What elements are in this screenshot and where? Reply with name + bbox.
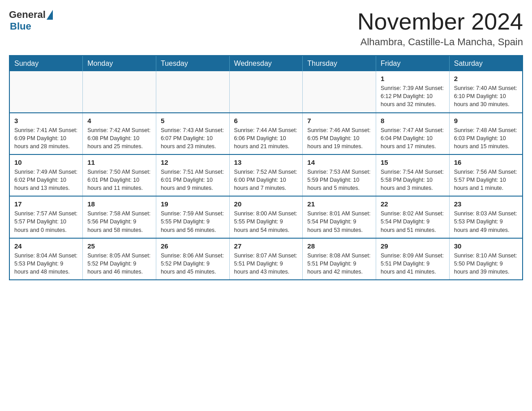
- header-monday: Monday: [83, 56, 156, 71]
- header-friday: Friday: [376, 56, 450, 71]
- day-number: 28: [307, 242, 371, 250]
- day-cell: 28Sunrise: 8:08 AM Sunset: 5:51 PM Dayli…: [303, 238, 376, 280]
- day-cell: 22Sunrise: 8:02 AM Sunset: 5:54 PM Dayli…: [376, 196, 450, 238]
- logo: General Blue: [9, 9, 53, 32]
- day-info: Sunrise: 8:10 AM Sunset: 5:50 PM Dayligh…: [454, 252, 518, 276]
- day-cell: 27Sunrise: 8:07 AM Sunset: 5:51 PM Dayli…: [229, 238, 303, 280]
- day-info: Sunrise: 7:57 AM Sunset: 5:57 PM Dayligh…: [14, 210, 78, 234]
- day-info: Sunrise: 8:02 AM Sunset: 5:54 PM Dayligh…: [381, 210, 445, 234]
- week-row-4: 17Sunrise: 7:57 AM Sunset: 5:57 PM Dayli…: [9, 196, 523, 238]
- day-info: Sunrise: 7:43 AM Sunset: 6:07 PM Dayligh…: [161, 126, 225, 150]
- day-cell: [156, 71, 229, 112]
- day-info: Sunrise: 8:07 AM Sunset: 5:51 PM Dayligh…: [234, 252, 298, 276]
- day-info: Sunrise: 7:56 AM Sunset: 5:57 PM Dayligh…: [454, 168, 518, 192]
- calendar-table: SundayMondayTuesdayWednesdayThursdayFrid…: [9, 55, 523, 280]
- day-info: Sunrise: 7:52 AM Sunset: 6:00 PM Dayligh…: [234, 168, 298, 192]
- location-title: Alhambra, Castille-La Mancha, Spain: [357, 36, 523, 48]
- day-info: Sunrise: 7:41 AM Sunset: 6:09 PM Dayligh…: [14, 126, 78, 150]
- day-cell: 12Sunrise: 7:51 AM Sunset: 6:01 PM Dayli…: [156, 154, 229, 196]
- day-info: Sunrise: 7:48 AM Sunset: 6:03 PM Dayligh…: [454, 126, 518, 150]
- day-number: 23: [454, 200, 518, 208]
- day-number: 15: [381, 158, 445, 166]
- logo-triangle-icon: [47, 10, 53, 20]
- day-cell: [303, 71, 376, 112]
- day-cell: 18Sunrise: 7:58 AM Sunset: 5:56 PM Dayli…: [83, 196, 156, 238]
- day-cell: 25Sunrise: 8:05 AM Sunset: 5:52 PM Dayli…: [83, 238, 156, 280]
- day-cell: 24Sunrise: 8:04 AM Sunset: 5:53 PM Dayli…: [9, 238, 83, 280]
- day-cell: 8Sunrise: 7:47 AM Sunset: 6:04 PM Daylig…: [376, 113, 450, 154]
- day-info: Sunrise: 8:05 AM Sunset: 5:52 PM Dayligh…: [87, 252, 151, 276]
- day-cell: [83, 71, 156, 112]
- week-row-5: 24Sunrise: 8:04 AM Sunset: 5:53 PM Dayli…: [9, 238, 523, 280]
- day-cell: [229, 71, 303, 112]
- day-number: 27: [234, 242, 298, 250]
- logo-blue-text: Blue: [10, 21, 31, 32]
- day-cell: [9, 71, 83, 112]
- title-area: November 2024 Alhambra, Castille-La Manc…: [357, 9, 523, 48]
- day-cell: 10Sunrise: 7:49 AM Sunset: 6:02 PM Dayli…: [9, 154, 83, 196]
- day-number: 25: [87, 242, 151, 250]
- logo-general-text: General: [9, 9, 46, 21]
- day-cell: 13Sunrise: 7:52 AM Sunset: 6:00 PM Dayli…: [229, 154, 303, 196]
- day-cell: 26Sunrise: 8:06 AM Sunset: 5:52 PM Dayli…: [156, 238, 229, 280]
- day-number: 10: [14, 158, 78, 166]
- header-saturday: Saturday: [449, 56, 523, 71]
- day-number: 3: [14, 117, 78, 124]
- page-header: General Blue November 2024 Alhambra, Cas…: [9, 9, 523, 48]
- week-row-3: 10Sunrise: 7:49 AM Sunset: 6:02 PM Dayli…: [9, 154, 523, 196]
- day-cell: 2Sunrise: 7:40 AM Sunset: 6:10 PM Daylig…: [449, 71, 523, 112]
- day-cell: 21Sunrise: 8:01 AM Sunset: 5:54 PM Dayli…: [303, 196, 376, 238]
- day-number: 12: [161, 158, 225, 166]
- week-row-2: 3Sunrise: 7:41 AM Sunset: 6:09 PM Daylig…: [9, 113, 523, 154]
- day-cell: 23Sunrise: 8:03 AM Sunset: 5:53 PM Dayli…: [449, 196, 523, 238]
- day-info: Sunrise: 7:44 AM Sunset: 6:06 PM Dayligh…: [234, 126, 298, 150]
- week-row-1: 1Sunrise: 7:39 AM Sunset: 6:12 PM Daylig…: [9, 71, 523, 112]
- calendar-header-row: SundayMondayTuesdayWednesdayThursdayFrid…: [9, 56, 523, 71]
- day-info: Sunrise: 7:46 AM Sunset: 6:05 PM Dayligh…: [307, 126, 371, 150]
- day-cell: 29Sunrise: 8:09 AM Sunset: 5:51 PM Dayli…: [376, 238, 450, 280]
- day-number: 7: [307, 117, 371, 124]
- day-number: 18: [87, 200, 151, 208]
- day-cell: 6Sunrise: 7:44 AM Sunset: 6:06 PM Daylig…: [229, 113, 303, 154]
- day-cell: 30Sunrise: 8:10 AM Sunset: 5:50 PM Dayli…: [449, 238, 523, 280]
- day-info: Sunrise: 7:51 AM Sunset: 6:01 PM Dayligh…: [161, 168, 225, 192]
- day-number: 11: [87, 158, 151, 166]
- day-info: Sunrise: 8:04 AM Sunset: 5:53 PM Dayligh…: [14, 252, 78, 276]
- day-info: Sunrise: 7:42 AM Sunset: 6:08 PM Dayligh…: [87, 126, 151, 150]
- day-number: 26: [161, 242, 225, 250]
- day-cell: 4Sunrise: 7:42 AM Sunset: 6:08 PM Daylig…: [83, 113, 156, 154]
- day-cell: 15Sunrise: 7:54 AM Sunset: 5:58 PM Dayli…: [376, 154, 450, 196]
- day-info: Sunrise: 7:53 AM Sunset: 5:59 PM Dayligh…: [307, 168, 371, 192]
- day-info: Sunrise: 8:03 AM Sunset: 5:53 PM Dayligh…: [454, 210, 518, 234]
- day-cell: 14Sunrise: 7:53 AM Sunset: 5:59 PM Dayli…: [303, 154, 376, 196]
- header-tuesday: Tuesday: [156, 56, 229, 71]
- day-info: Sunrise: 7:54 AM Sunset: 5:58 PM Dayligh…: [381, 168, 445, 192]
- day-number: 20: [234, 200, 298, 208]
- day-cell: 7Sunrise: 7:46 AM Sunset: 6:05 PM Daylig…: [303, 113, 376, 154]
- day-number: 13: [234, 158, 298, 166]
- day-number: 30: [454, 242, 518, 250]
- day-info: Sunrise: 8:06 AM Sunset: 5:52 PM Dayligh…: [161, 252, 225, 276]
- day-number: 21: [307, 200, 371, 208]
- day-info: Sunrise: 7:49 AM Sunset: 6:02 PM Dayligh…: [14, 168, 78, 192]
- day-cell: 16Sunrise: 7:56 AM Sunset: 5:57 PM Dayli…: [449, 154, 523, 196]
- day-cell: 1Sunrise: 7:39 AM Sunset: 6:12 PM Daylig…: [376, 71, 450, 112]
- day-info: Sunrise: 7:50 AM Sunset: 6:01 PM Dayligh…: [87, 168, 151, 192]
- day-number: 14: [307, 158, 371, 166]
- day-info: Sunrise: 8:00 AM Sunset: 5:55 PM Dayligh…: [234, 210, 298, 234]
- day-number: 22: [381, 200, 445, 208]
- day-cell: 5Sunrise: 7:43 AM Sunset: 6:07 PM Daylig…: [156, 113, 229, 154]
- day-number: 17: [14, 200, 78, 208]
- day-number: 5: [161, 117, 225, 124]
- day-cell: 11Sunrise: 7:50 AM Sunset: 6:01 PM Dayli…: [83, 154, 156, 196]
- day-cell: 19Sunrise: 7:59 AM Sunset: 5:55 PM Dayli…: [156, 196, 229, 238]
- day-cell: 9Sunrise: 7:48 AM Sunset: 6:03 PM Daylig…: [449, 113, 523, 154]
- day-cell: 20Sunrise: 8:00 AM Sunset: 5:55 PM Dayli…: [229, 196, 303, 238]
- day-number: 29: [381, 242, 445, 250]
- month-title: November 2024: [357, 9, 523, 34]
- day-info: Sunrise: 7:58 AM Sunset: 5:56 PM Dayligh…: [87, 210, 151, 234]
- day-number: 9: [454, 117, 518, 124]
- header-thursday: Thursday: [303, 56, 376, 71]
- day-number: 1: [381, 75, 445, 82]
- day-number: 16: [454, 158, 518, 166]
